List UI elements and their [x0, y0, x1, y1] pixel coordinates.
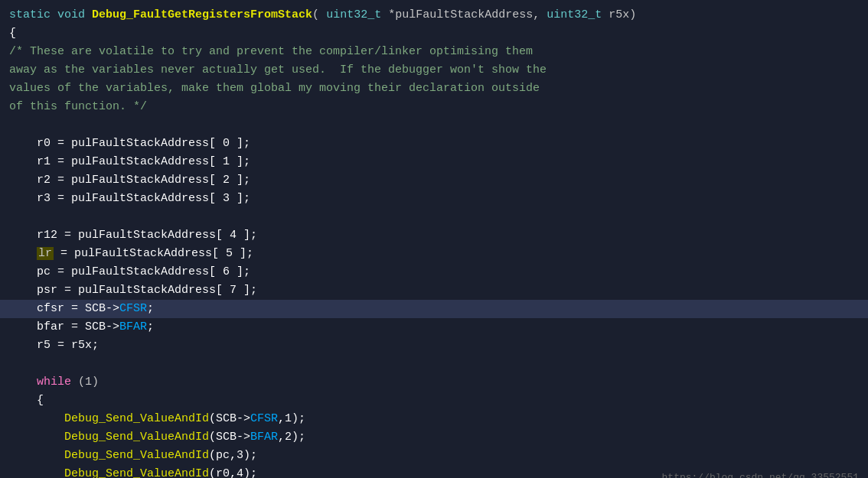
code-line-blank3 [0, 355, 868, 373]
code-line-pc: pc = pulFaultStackAddress[ 6 ]; [0, 263, 868, 281]
code-line-blank1 [0, 116, 868, 135]
watermark: https://blog.csdn.net/qq_33552551 [662, 470, 859, 478]
code-line-r0: r0 = pulFaultStackAddress[ 0 ]; [0, 135, 868, 153]
code-line-r1: r1 = pulFaultStackAddress[ 1 ]; [0, 153, 868, 171]
code-line-r12: r12 = pulFaultStackAddress[ 4 ]; [0, 226, 868, 245]
code-line-send1: Debug_Send_ValueAndId(SCB->CFSR,1); [0, 410, 868, 428]
code-line-5: values of the variables, make them globa… [0, 80, 868, 98]
code-editor: static void Debug_FaultGetRegistersFromS… [0, 0, 868, 478]
code-line-1: static void Debug_FaultGetRegistersFromS… [0, 6, 868, 24]
code-line-while-open: { [0, 392, 868, 410]
code-line-2: { [0, 24, 868, 43]
code-line-6: of this function. */ [0, 98, 868, 116]
code-line-r2: r2 = pulFaultStackAddress[ 2 ]; [0, 171, 868, 190]
code-line-3: /* These are volatile to try and prevent… [0, 43, 868, 61]
code-line-r5: r5 = r5x; [0, 337, 868, 355]
code-line-blank2 [0, 208, 868, 226]
code-line-bfar: bfar = SCB->BFAR; [0, 318, 868, 337]
code-line-send2: Debug_Send_ValueAndId(SCB->BFAR,2); [0, 428, 868, 447]
code-line-r3: r3 = pulFaultStackAddress[ 3 ]; [0, 190, 868, 208]
code-line-send3: Debug_Send_ValueAndId(pc,3); [0, 447, 868, 465]
code-line-4: away as the variables never actually get… [0, 61, 868, 80]
code-line-cfsr: cfsr = SCB->CFSR; [0, 300, 868, 318]
code-line-psr: psr = pulFaultStackAddress[ 7 ]; [0, 281, 868, 300]
code-line-while: while (1) [0, 373, 868, 392]
code-line-lr: lr = pulFaultStackAddress[ 5 ]; [0, 245, 868, 263]
